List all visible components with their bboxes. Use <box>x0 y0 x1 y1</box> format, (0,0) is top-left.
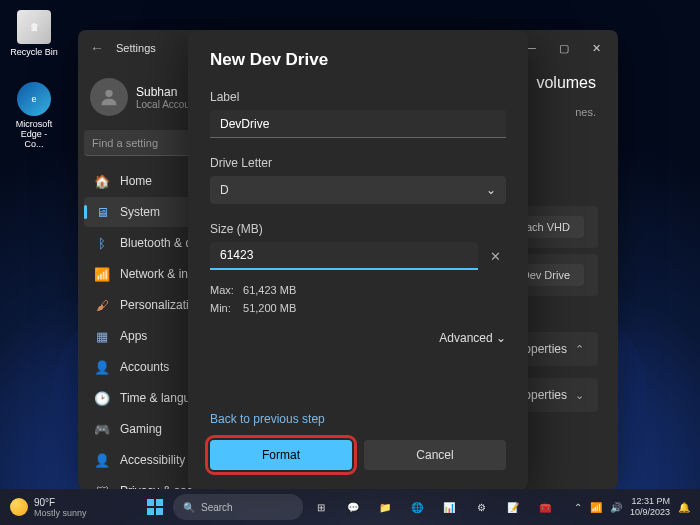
back-link[interactable]: Back to previous step <box>210 412 506 426</box>
close-button[interactable]: ✕ <box>580 34 612 62</box>
nav-icon: 👤 <box>94 452 110 468</box>
size-input[interactable] <box>210 242 478 270</box>
label-field-label: Label <box>210 90 506 104</box>
taskbar-app[interactable]: 💬 <box>339 493 367 521</box>
taskbar-app[interactable]: ⚙ <box>467 493 495 521</box>
chevron-down-icon: ⌄ <box>496 331 506 345</box>
search-icon: 🔍 <box>183 502 195 513</box>
svg-rect-3 <box>147 508 154 515</box>
window-title: Settings <box>116 42 156 54</box>
nav-icon: 🖌 <box>94 297 110 313</box>
taskbar-search[interactable]: 🔍Search <box>173 494 303 520</box>
desktop-icon-label: Microsoft Edge - Co... <box>10 119 58 149</box>
weather-widget[interactable]: 90°F Mostly sunny <box>10 497 87 518</box>
taskbar-app[interactable]: 📝 <box>499 493 527 521</box>
clock[interactable]: 12:31 PM 10/9/2023 <box>630 496 670 518</box>
nav-label: Accounts <box>120 360 169 374</box>
dialog-title: New Dev Drive <box>210 50 506 70</box>
taskbar-app[interactable]: 📊 <box>435 493 463 521</box>
svg-point-0 <box>105 90 112 97</box>
svg-rect-2 <box>156 499 163 506</box>
drive-letter-label: Drive Letter <box>210 156 506 170</box>
taskbar-app[interactable]: 📁 <box>371 493 399 521</box>
maximize-button[interactable]: ▢ <box>548 34 580 62</box>
nav-icon: 🏠 <box>94 173 110 189</box>
page-heading-partial: volumes <box>536 74 596 92</box>
task-view-button[interactable]: ⊞ <box>307 493 335 521</box>
tray-wifi-icon[interactable]: 📶 <box>590 502 602 513</box>
start-button[interactable] <box>141 493 169 521</box>
size-max: Max: 61,423 MB <box>210 282 506 300</box>
svg-rect-4 <box>156 508 163 515</box>
tray-chevron-icon[interactable]: ⌃ <box>574 502 582 513</box>
sun-icon <box>10 498 28 516</box>
label-input[interactable] <box>210 110 506 138</box>
nav-icon: 🎮 <box>94 421 110 437</box>
tray-volume-icon[interactable]: 🔊 <box>610 502 622 513</box>
chevron-down-icon: ⌄ <box>486 183 496 197</box>
chevron-down-icon: ⌄ <box>575 389 584 401</box>
nav-label: Accessibility <box>120 453 185 467</box>
desktop-icon-label: Recycle Bin <box>10 47 58 57</box>
avatar <box>90 78 128 116</box>
desktop-icon-recycle-bin[interactable]: 🗑 Recycle Bin <box>10 10 58 57</box>
taskbar-app[interactable]: 🌐 <box>403 493 431 521</box>
nav-icon: ᛒ <box>94 235 110 251</box>
recycle-bin-icon: 🗑 <box>17 10 51 44</box>
taskbar: 90°F Mostly sunny 🔍Search ⊞ 💬 📁 🌐 📊 ⚙ 📝 … <box>0 489 700 525</box>
back-button[interactable]: ← <box>84 35 110 61</box>
advanced-toggle[interactable]: Advanced ⌄ <box>210 331 506 345</box>
nav-icon: ▦ <box>94 328 110 344</box>
nav-icon: 👤 <box>94 359 110 375</box>
nav-label: Home <box>120 174 152 188</box>
nav-icon: 🖥 <box>94 204 110 220</box>
size-min: Min: 51,200 MB <box>210 300 506 318</box>
nav-label: Gaming <box>120 422 162 436</box>
desktop-icon-edge[interactable]: e Microsoft Edge - Co... <box>10 82 58 149</box>
format-button[interactable]: Format <box>210 440 352 470</box>
taskbar-app[interactable]: 🧰 <box>531 493 559 521</box>
nav-icon: 🕑 <box>94 390 110 406</box>
edge-icon: e <box>17 82 51 116</box>
svg-rect-1 <box>147 499 154 506</box>
size-label: Size (MB) <box>210 222 506 236</box>
notifications-icon[interactable]: 🔔 <box>678 502 690 513</box>
drive-letter-select[interactable]: D ⌄ <box>210 176 506 204</box>
clear-icon[interactable]: ✕ <box>484 244 506 268</box>
nav-label: System <box>120 205 160 219</box>
chevron-up-icon: ⌃ <box>575 343 584 355</box>
nav-label: Apps <box>120 329 147 343</box>
cancel-button[interactable]: Cancel <box>364 440 506 470</box>
nav-icon: 📶 <box>94 266 110 282</box>
new-dev-drive-dialog: New Dev Drive Label Drive Letter D ⌄ Siz… <box>188 30 528 490</box>
